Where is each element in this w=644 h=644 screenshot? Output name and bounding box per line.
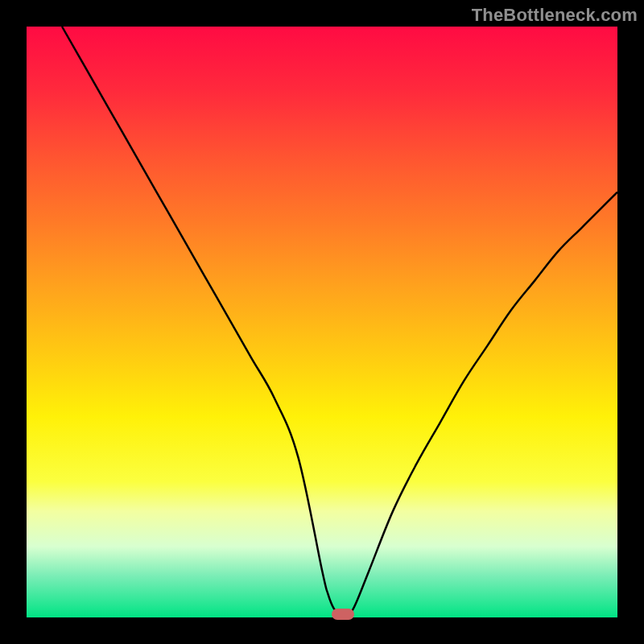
bottleneck-curve <box>27 27 617 617</box>
chart-frame: TheBottleneck.com <box>0 0 644 644</box>
minimum-marker <box>332 609 354 620</box>
plot-area <box>27 27 617 617</box>
watermark-text: TheBottleneck.com <box>472 5 638 26</box>
